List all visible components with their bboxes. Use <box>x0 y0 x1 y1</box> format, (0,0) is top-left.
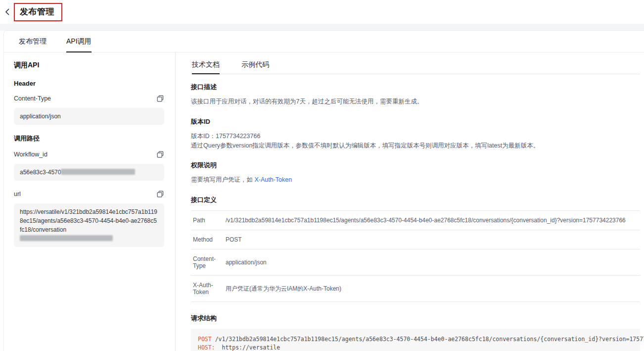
definition-table: Path /v1/321bdb2a59814e1cbc757a1b1198ec1… <box>191 210 640 302</box>
table-row: Path /v1/321bdb2a59814e1cbc757a1b1198ec1… <box>191 211 640 230</box>
table-row: Content-Type application/json <box>191 250 640 276</box>
definition-heading: 接口定义 <box>191 196 640 204</box>
copy-icon <box>157 151 164 158</box>
def-label-x-auth-token: X-Auth-Token <box>193 282 226 296</box>
code-method: POST <box>198 336 212 343</box>
redacted-workflow-id <box>61 169 135 175</box>
doc-tab-bar: 技术文档 示例代码 <box>191 52 640 74</box>
interface-desc-body: 该接口用于应用对话，对话的有效期为7天，超过之后可能无法使用，需要重新生成。 <box>191 97 640 106</box>
copy-icon <box>157 191 164 198</box>
documentation-panel: 技术文档 示例代码 接口描述 该接口用于应用对话，对话的有效期为7天，超过之后可… <box>176 52 644 351</box>
tab-release-management[interactable]: 发布管理 <box>18 37 47 52</box>
request-structure-heading: 请求结构 <box>191 314 640 323</box>
workflow-id-field-row: Workflow_id <box>14 150 164 158</box>
x-auth-token-link[interactable]: X-Auth-Token <box>254 176 292 183</box>
main-card: 发布管理 API调用 调用API Header Content-Type <box>4 31 644 351</box>
def-value-content-type: application/json <box>226 259 267 266</box>
version-note: 通过Query参数version指定调用版本，参数值不填时默认为编辑版本，填写指… <box>191 141 640 150</box>
workflow-id-value: a56e83c3-4570 <box>20 169 61 176</box>
release-management-page: 发布管理 发布管理 API调用 调用API Header Content-Typ… <box>0 0 644 351</box>
content-type-field-row: Content-Type <box>14 95 164 102</box>
def-label-path: Path <box>193 217 226 224</box>
table-row: Method POST <box>191 230 640 250</box>
code-line-host: HOST: https://versatile <box>198 344 633 351</box>
def-value-method: POST <box>226 236 242 243</box>
url-value-box: https://versatile/v1/321bdb2a59814e1cbc7… <box>14 203 164 247</box>
copy-workflow-id-button[interactable] <box>156 150 164 158</box>
version-heading: 版本ID <box>191 117 640 126</box>
auth-heading: 权限说明 <box>191 161 640 170</box>
back-button[interactable] <box>2 6 13 18</box>
chevron-left-icon <box>5 8 10 16</box>
copy-content-type-button[interactable] <box>156 95 164 102</box>
code-path: /v1/321bdb2a59814e1cbc757a1b1198ec15/age… <box>212 336 644 343</box>
api-call-panel: 调用API Header Content-Type application/js… <box>4 52 176 351</box>
content-row: 调用API Header Content-Type application/js… <box>4 52 644 351</box>
main-tab-bar: 发布管理 API调用 <box>4 31 644 52</box>
code-line-request: POST /v1/321bdb2a59814e1cbc757a1b1198ec1… <box>198 335 633 344</box>
header-divider-band <box>0 24 644 31</box>
content-type-value: application/json <box>20 113 61 120</box>
page-header: 发布管理 <box>0 0 644 24</box>
title-annotation-box: 发布管理 <box>14 3 62 21</box>
content-type-value-box: application/json <box>14 108 164 125</box>
workflow-id-label: Workflow_id <box>14 151 47 158</box>
url-label: url <box>14 191 21 198</box>
code-host-value: https://versatile <box>215 344 280 351</box>
workflow-id-value-box: a56e83c3-4570 <box>14 164 164 181</box>
redacted-url-suffix <box>20 235 113 241</box>
page-title: 发布管理 <box>20 7 54 16</box>
header-group-title: Header <box>14 80 164 87</box>
def-label-method: Method <box>193 236 226 243</box>
tab-technical-docs[interactable]: 技术文档 <box>191 60 221 74</box>
path-group-title: 调用路径 <box>14 134 164 143</box>
tab-sample-code[interactable]: 示例代码 <box>240 60 270 74</box>
copy-url-button[interactable] <box>156 190 164 198</box>
tab-api-call[interactable]: API调用 <box>65 37 92 52</box>
interface-desc-heading: 接口描述 <box>191 83 640 92</box>
url-value: https://versatile/v1/321bdb2a59814e1cbc7… <box>20 208 157 233</box>
code-host-key: HOST: <box>198 344 215 351</box>
version-block: 版本ID：1757734223766 通过Query参数version指定调用版… <box>191 132 640 150</box>
def-value-path: /v1/321bdb2a59814e1cbc757a1b1198ec15/age… <box>226 217 626 224</box>
panel-title: 调用API <box>14 61 164 70</box>
def-label-content-type: Content-Type <box>193 255 226 269</box>
auth-text: 需要填写用户凭证，如 <box>191 176 254 183</box>
def-value-x-auth-token: 用户凭证(通常为华为云IAM的X-Auth-Token) <box>226 285 341 293</box>
version-id-line: 版本ID：1757734223766 <box>191 132 640 141</box>
copy-icon <box>157 95 164 102</box>
content-type-label: Content-Type <box>14 95 51 102</box>
auth-line: 需要填写用户凭证，如 X-Auth-Token <box>191 175 640 185</box>
request-code-block: POST /v1/321bdb2a59814e1cbc757a1b1198ec1… <box>191 329 640 351</box>
url-field-row: url <box>14 190 164 198</box>
table-row: X-Auth-Token 用户凭证(通常为华为云IAM的X-Auth-Token… <box>191 276 640 302</box>
